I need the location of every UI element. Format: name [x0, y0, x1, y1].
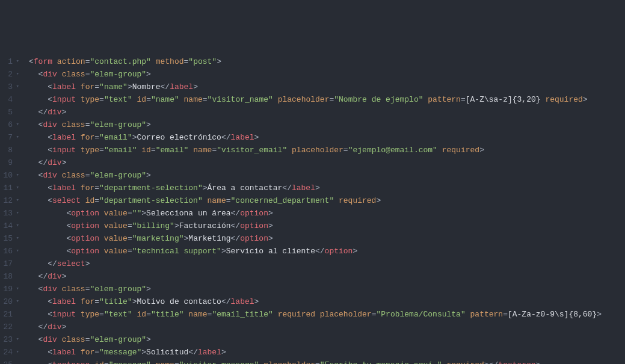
fold-icon[interactable]: ▾ [14, 283, 19, 295]
code-line[interactable]: <label for="name">Nombre</label> [29, 81, 625, 93]
code-line[interactable]: <textarea id="message" name="visitor_mes… [29, 359, 625, 364]
line-number: 4 [0, 93, 20, 106]
code-line[interactable]: </div> [29, 156, 625, 169]
fold-icon[interactable]: ▾ [14, 182, 19, 194]
line-number: 19▾ [0, 283, 20, 295]
code-line[interactable]: <label for="message">Solicitud</label> [29, 346, 625, 359]
code-line[interactable]: <div class="elem-group"> [29, 333, 625, 346]
fold-icon[interactable]: ▾ [14, 194, 19, 207]
code-line[interactable]: </div> [29, 321, 625, 333]
fold-icon[interactable]: ▾ [14, 119, 19, 131]
code-editor: 1▾2▾3▾456▾7▾8910▾11▾12▾13▾14▾15▾16▾17181… [0, 51, 625, 364]
fold-icon[interactable]: ▾ [14, 207, 19, 220]
code-line[interactable]: <label for="email">Correo electrónico</l… [29, 131, 625, 144]
line-number: 5 [0, 106, 20, 119]
code-line[interactable]: <select id="department-selection" name="… [29, 194, 625, 207]
fold-icon[interactable]: ▾ [14, 131, 19, 144]
code-line[interactable]: <form action="contact.php" method="post"… [29, 55, 625, 68]
code-line[interactable]: <label for="title">Motivo de contacto</l… [29, 295, 625, 308]
line-number: 6▾ [0, 119, 20, 131]
fold-icon[interactable]: ▾ [14, 346, 19, 359]
line-number: 8 [0, 144, 20, 156]
line-number: 21 [0, 308, 20, 321]
fold-icon[interactable]: ▾ [14, 68, 19, 81]
code-line[interactable]: <option value="">Selecciona un área</opt… [29, 207, 625, 220]
line-number: 14▾ [0, 220, 20, 232]
code-line[interactable]: <input type="text" id="title" name="emai… [29, 308, 625, 321]
line-number: 12▾ [0, 194, 20, 207]
line-number: 10▾ [0, 169, 20, 182]
fold-icon[interactable]: ▾ [14, 220, 19, 232]
line-number: 24▾ [0, 346, 20, 359]
fold-icon[interactable]: ▾ [14, 232, 19, 245]
code-line[interactable]: </div> [29, 270, 625, 283]
code-line[interactable]: <option value="billing">Facturación</opt… [29, 220, 625, 232]
code-line[interactable]: <div class="elem-group"> [29, 119, 625, 131]
fold-icon[interactable]: ▾ [14, 55, 19, 68]
line-number: 23▾ [0, 333, 20, 346]
code-line[interactable]: <input type="email" id="email" name="vis… [29, 144, 625, 156]
line-number: 11▾ [0, 182, 20, 194]
line-number: 17 [0, 258, 20, 270]
code-line[interactable]: <div class="elem-group"> [29, 68, 625, 81]
fold-icon[interactable]: ▾ [14, 333, 19, 346]
line-number: 15▾ [0, 232, 20, 245]
line-number: 9 [0, 156, 20, 169]
fold-icon[interactable]: ▾ [14, 245, 19, 258]
line-number: 7▾ [0, 131, 20, 144]
code-line[interactable]: </select> [29, 258, 625, 270]
code-line[interactable]: <option value="marketing">Marketing</opt… [29, 232, 625, 245]
code-line[interactable]: </div> [29, 106, 625, 119]
line-number-gutter: 1▾2▾3▾456▾7▾8910▾11▾12▾13▾14▾15▾16▾17181… [0, 51, 23, 364]
code-line[interactable]: <input type="text" id="name" name="visit… [29, 93, 625, 106]
line-number: 18 [0, 270, 20, 283]
fold-icon[interactable]: ▾ [14, 169, 19, 182]
line-number: 20▾ [0, 295, 20, 308]
fold-icon[interactable]: ▾ [14, 295, 19, 308]
code-line[interactable]: <label for="department-selection">Área a… [29, 182, 625, 194]
line-number: 13▾ [0, 207, 20, 220]
code-area[interactable]: <form action="contact.php" method="post"… [23, 51, 625, 364]
fold-icon[interactable]: ▾ [14, 81, 19, 93]
code-line[interactable]: <div class="elem-group"> [29, 169, 625, 182]
line-number: 25 [0, 359, 20, 364]
code-line[interactable]: <option value="technical support">Servic… [29, 245, 625, 258]
code-line[interactable]: <div class="elem-group"> [29, 283, 625, 295]
line-number: 3▾ [0, 81, 20, 93]
line-number: 22 [0, 321, 20, 333]
line-number: 1▾ [0, 55, 20, 68]
line-number: 16▾ [0, 245, 20, 258]
line-number: 2▾ [0, 68, 20, 81]
